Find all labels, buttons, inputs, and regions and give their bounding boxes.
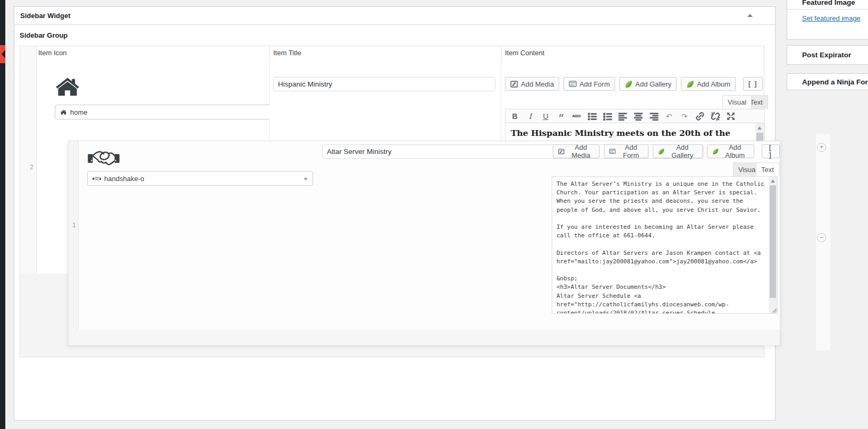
tab-visual[interactable]: Visual (722, 95, 752, 109)
media-icon (558, 148, 564, 155)
add-form-button[interactable]: Add Form (563, 77, 615, 91)
scrollbar[interactable] (769, 177, 777, 313)
row-number-header (20, 46, 37, 59)
column-header-item-title: Item Title (273, 46, 301, 59)
underline-icon[interactable]: U (538, 110, 553, 123)
featured-image-box: Featured Image Set featured image (787, 0, 868, 40)
leaf-icon (658, 148, 664, 156)
shortcode-button[interactable]: [ ] (743, 77, 763, 91)
dragged-repeater-row[interactable]: 1 handshake-o Add Media Add Form Add Gal… (68, 141, 780, 345)
unlink-icon[interactable] (708, 110, 722, 123)
handshake-icon (87, 147, 120, 168)
scroll-up-icon[interactable] (757, 126, 762, 130)
add-gallery-button[interactable]: Add Gallery (619, 77, 677, 91)
resize-handle-icon[interactable] (771, 307, 777, 313)
italic-icon[interactable]: I (523, 110, 537, 123)
icon-select[interactable]: handshake-o (87, 171, 313, 186)
strikethrough-icon[interactable]: ABC (569, 110, 584, 123)
admin-menu-rail (0, 0, 5, 429)
chevron-down-icon (304, 178, 308, 181)
undo-icon[interactable]: ↶ (662, 110, 676, 123)
icon-select-value: home (70, 108, 88, 116)
form-icon (569, 81, 577, 87)
add-album-button[interactable]: Add Album (707, 144, 754, 158)
scroll-up-icon[interactable] (771, 179, 775, 183)
bulleted-list-icon[interactable] (585, 110, 599, 123)
postbox-title: Sidebar Widget (20, 7, 71, 24)
wordpress-admin-page: { "postbox": { "title": "Sidebar Widget"… (0, 0, 868, 429)
shortcode-button[interactable]: [ ] (762, 144, 780, 158)
site-logo-fragment (0, 45, 5, 63)
bold-icon[interactable]: B (508, 110, 522, 123)
post-expirator-box: Post Expirator (787, 45, 868, 65)
append-ninja-form-box: Append a Ninja Form (787, 73, 868, 90)
set-featured-image-link[interactable]: Set featured image (802, 14, 861, 22)
link-icon[interactable] (693, 110, 707, 123)
numbered-list-icon[interactable] (600, 110, 614, 123)
append-ninja-form-title: Append a Ninja Form (802, 78, 868, 86)
scrollbar-thumb[interactable] (770, 185, 776, 298)
item-title-input[interactable] (273, 77, 495, 91)
home-icon (54, 74, 81, 98)
divider (787, 9, 868, 10)
blockquote-icon[interactable]: “ (554, 107, 568, 125)
editor-button-row: Add Media Add Form Add Gallery Add Album… (505, 77, 763, 91)
featured-image-title: Featured Image (802, 0, 855, 6)
editor-button-row: Add Media Add Form Add Gallery Add Album… (553, 144, 780, 158)
leaf-icon (686, 80, 694, 88)
row-controls-strip: + − (816, 134, 830, 350)
align-right-icon[interactable] (646, 110, 661, 123)
media-icon (510, 81, 518, 88)
fullscreen-icon[interactable] (723, 110, 738, 123)
add-row-button[interactable]: + (817, 143, 826, 152)
row-number: 2 (30, 163, 33, 171)
remove-row-button[interactable]: − (817, 233, 826, 242)
postbox-header: Sidebar Widget (14, 7, 775, 25)
chevron-up-icon[interactable] (747, 14, 753, 17)
leaf-icon (712, 148, 719, 156)
group-label: Sidebar Group (20, 31, 68, 39)
leaf-icon (625, 80, 633, 88)
add-media-button[interactable]: Add Media (505, 77, 559, 91)
column-header-item-icon: Item Icon (38, 46, 66, 59)
icon-select[interactable]: home (55, 105, 282, 119)
column-header-item-content: Item Content (505, 46, 544, 59)
align-center-icon[interactable] (631, 110, 645, 123)
icon-select-value: handshake-o (104, 175, 144, 183)
text-editor-wrap: The Altar Server’s Ministry is a unique … (552, 176, 778, 314)
form-icon (609, 148, 616, 155)
post-expirator-title: Post Expirator (802, 51, 851, 59)
editor-toolbar: B I U “ ABC ↶ ↷ (505, 109, 765, 123)
add-media-button[interactable]: Add Media (553, 144, 600, 158)
redo-icon[interactable]: ↷ (677, 110, 692, 123)
divider (501, 46, 502, 59)
home-icon (60, 109, 67, 115)
divider (269, 46, 270, 59)
row-footer-area (69, 330, 780, 345)
row-drag-handle[interactable]: 1 (69, 141, 79, 330)
add-form-button[interactable]: Add Form (604, 144, 648, 158)
row-drag-handle[interactable]: 2 (20, 59, 37, 273)
tab-text[interactable]: Text (756, 162, 779, 176)
handshake-icon (92, 176, 101, 182)
text-editor-textarea[interactable]: The Altar Server’s Ministry is a unique … (552, 176, 778, 314)
row-number: 1 (72, 221, 76, 229)
add-gallery-button[interactable]: Add Gallery (653, 144, 702, 158)
align-left-icon[interactable] (616, 110, 630, 123)
add-album-button[interactable]: Add Album (681, 77, 736, 91)
table-header-row: Item Icon Item Title Item Content (20, 46, 764, 60)
